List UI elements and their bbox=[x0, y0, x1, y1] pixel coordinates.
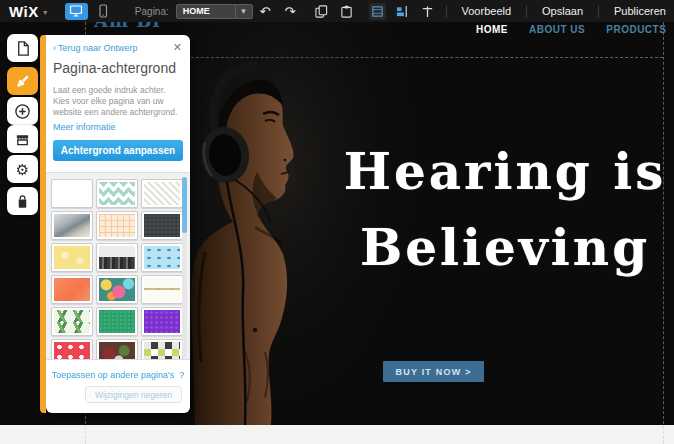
hero-heading[interactable]: Hearing is Believing bbox=[336, 134, 674, 286]
bg-thumb-diagonal-stripes-preview bbox=[144, 182, 180, 205]
settings-button[interactable]: ⚙ bbox=[7, 155, 38, 183]
shop-button[interactable] bbox=[7, 187, 38, 215]
hero-line2: Believing bbox=[336, 210, 674, 286]
bg-thumb-plain-white-preview bbox=[54, 182, 90, 205]
page-dropdown[interactable]: HOME ▼ bbox=[176, 4, 253, 19]
bg-thumb-green-texture[interactable] bbox=[96, 307, 138, 336]
bg-thumb-city-bridge-photo[interactable] bbox=[51, 211, 93, 240]
copy-icon bbox=[315, 5, 328, 18]
panel-description: Laat een goede indruk achter. Kies voor … bbox=[53, 85, 183, 118]
pages-button[interactable] bbox=[7, 34, 38, 62]
settings-gear-icon: ⚙ bbox=[16, 162, 29, 177]
background-thumbnail-grid bbox=[46, 172, 190, 360]
bg-thumb-red-polkadots-preview bbox=[54, 342, 90, 360]
copy-button[interactable] bbox=[313, 3, 330, 20]
grid-frame-icon bbox=[371, 5, 384, 18]
editor-topbar: WiX ▼ Pagina: HOME ▼ ↶ ↷ bbox=[0, 0, 674, 22]
bg-thumb-geometric-triangles-preview bbox=[144, 342, 180, 360]
back-link-label: Terug naar Ontwerp bbox=[58, 43, 138, 53]
wix-logo[interactable]: WiX bbox=[9, 3, 39, 20]
bg-thumb-city-skyline-photo-preview bbox=[99, 246, 135, 269]
nav-item-about-us[interactable]: ABOUT US bbox=[529, 24, 585, 35]
wix-logo-caret-icon[interactable]: ▼ bbox=[42, 9, 49, 16]
discard-changes-button[interactable]: Wijzigingen negeren bbox=[85, 386, 182, 403]
nav-item-home[interactable]: HOME bbox=[476, 24, 508, 35]
align-objects-icon bbox=[396, 5, 409, 18]
preview-button[interactable]: Voorbeeld bbox=[453, 5, 521, 17]
bg-thumb-feather-pattern-preview bbox=[144, 278, 180, 301]
bg-thumb-food-photo-preview bbox=[99, 342, 135, 360]
rulers-icon bbox=[421, 5, 434, 18]
thumbnail-scrollbar-thumb[interactable] bbox=[182, 177, 187, 233]
redo-button[interactable]: ↷ bbox=[282, 3, 299, 20]
more-info-link[interactable]: Meer informatie bbox=[53, 122, 116, 132]
nav-item-products[interactable]: PRODUCTS bbox=[606, 24, 666, 35]
bg-thumb-bokeh-photo-preview bbox=[99, 278, 135, 301]
buy-it-now-button[interactable]: BUY IT NOW > bbox=[383, 361, 484, 382]
bg-thumb-purple-texture-preview bbox=[144, 310, 180, 333]
customize-background-button[interactable]: Achtergrond aanpassen bbox=[53, 140, 183, 161]
page-dropdown-value: HOME bbox=[177, 6, 235, 16]
pages-icon bbox=[14, 40, 31, 57]
rulers-toggle[interactable] bbox=[419, 3, 436, 20]
site-next-section bbox=[0, 425, 674, 444]
monitor-icon bbox=[69, 4, 83, 18]
panel-title: Pagina-achtergrond bbox=[53, 60, 176, 76]
snap-objects-toggle[interactable] bbox=[394, 3, 411, 20]
bg-thumb-peach-grid-preview bbox=[99, 214, 135, 237]
bg-thumb-peach-grid[interactable] bbox=[96, 211, 138, 240]
back-to-design-link[interactable]: ‹Terug naar Ontwerp bbox=[53, 43, 138, 53]
desktop-view-button[interactable] bbox=[65, 3, 89, 20]
undo-button[interactable]: ↶ bbox=[257, 3, 274, 20]
toolbar-divider bbox=[446, 5, 447, 18]
paste-button[interactable] bbox=[338, 3, 355, 20]
bg-thumb-green-texture-preview bbox=[99, 310, 135, 333]
bg-thumb-blue-anchors-preview bbox=[144, 246, 180, 269]
design-button[interactable] bbox=[7, 67, 38, 95]
mobile-phone-icon bbox=[96, 4, 110, 18]
bg-thumb-city-skyline-photo[interactable] bbox=[96, 243, 138, 272]
bg-thumb-plain-white[interactable] bbox=[51, 179, 93, 208]
bg-thumb-blue-anchors[interactable] bbox=[141, 243, 183, 272]
bg-thumb-red-polkadots[interactable] bbox=[51, 339, 93, 360]
app-market-icon bbox=[14, 131, 31, 148]
paste-icon bbox=[340, 5, 353, 18]
bg-thumb-yellow-pattern-preview bbox=[54, 246, 90, 269]
add-element-button[interactable] bbox=[7, 97, 38, 125]
app-market-button[interactable] bbox=[7, 125, 38, 153]
bg-thumb-tropical-leaves[interactable] bbox=[51, 307, 93, 336]
bg-thumb-purple-texture[interactable] bbox=[141, 307, 183, 336]
page-background-panel: ‹Terug naar Ontwerp ✕ Pagina-achtergrond… bbox=[40, 35, 190, 413]
help-question-icon[interactable]: ? bbox=[179, 370, 184, 380]
bg-thumb-teal-chevron-preview bbox=[99, 182, 135, 205]
bg-thumb-yellow-pattern[interactable] bbox=[51, 243, 93, 272]
hero-line1: Hearing is bbox=[336, 134, 674, 210]
page-dropdown-label: Pagina: bbox=[135, 6, 169, 17]
close-panel-button[interactable]: ✕ bbox=[173, 41, 182, 54]
wix-editor-window: Am Br HOMEABOUT USPRODUCTS bbox=[0, 0, 674, 444]
toolbar-divider bbox=[598, 5, 599, 18]
shop-bag-icon bbox=[14, 193, 31, 210]
apply-link-label: Toepassen op andere pagina's bbox=[52, 370, 174, 380]
add-plus-icon bbox=[14, 103, 31, 120]
site-nav-menu: HOMEABOUT USPRODUCTS bbox=[476, 24, 666, 35]
bg-thumb-coral-texture[interactable] bbox=[51, 275, 93, 304]
bg-thumb-food-photo[interactable] bbox=[96, 339, 138, 360]
bg-thumb-bokeh-photo[interactable] bbox=[96, 275, 138, 304]
dropdown-arrow-icon: ▼ bbox=[235, 5, 252, 18]
publish-button[interactable]: Publiceren bbox=[605, 5, 674, 17]
thumbnail-scrollbar-track[interactable] bbox=[182, 177, 187, 357]
bg-thumb-coral-texture-preview bbox=[54, 278, 90, 301]
bg-thumb-feather-pattern[interactable] bbox=[141, 275, 183, 304]
grid-lines-toggle[interactable] bbox=[369, 3, 386, 20]
bg-thumb-diagonal-stripes[interactable] bbox=[141, 179, 183, 208]
toolbar-divider bbox=[526, 5, 527, 18]
save-button[interactable]: Opslaan bbox=[533, 5, 592, 17]
mobile-view-button[interactable] bbox=[91, 3, 115, 20]
apply-to-other-pages-link[interactable]: Toepassen op andere pagina's ? bbox=[46, 370, 190, 380]
design-brush-icon bbox=[14, 73, 31, 90]
bg-thumb-charcoal-texture[interactable] bbox=[141, 211, 183, 240]
bg-thumb-geometric-triangles[interactable] bbox=[141, 339, 183, 360]
bg-thumb-teal-chevron[interactable] bbox=[96, 179, 138, 208]
bg-thumb-city-bridge-photo-preview bbox=[54, 214, 90, 237]
